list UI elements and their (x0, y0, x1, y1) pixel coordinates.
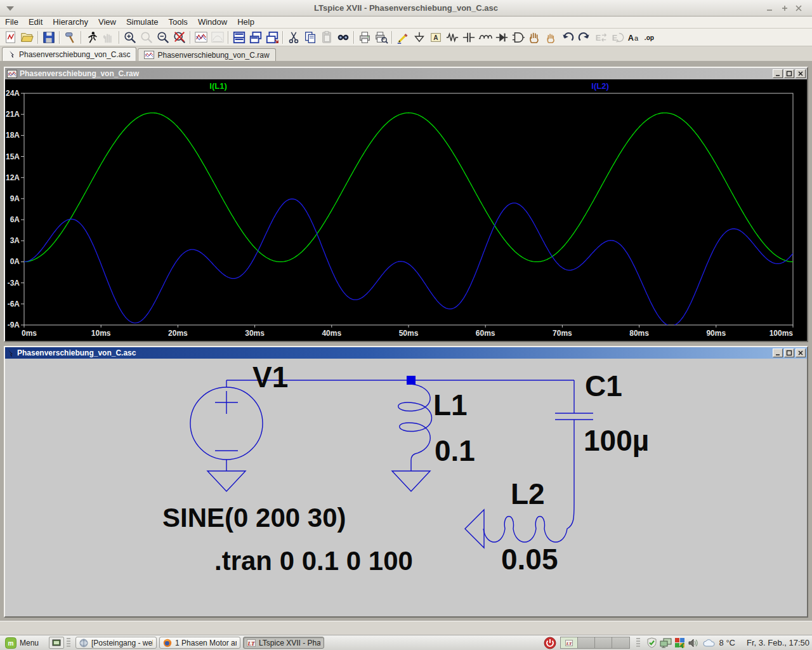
zoom-full-extents-button[interactable] (171, 30, 188, 45)
child-minimize-button[interactable] (773, 348, 783, 357)
component-v1[interactable] (190, 380, 263, 471)
wire-junction[interactable] (407, 376, 416, 385)
close-button[interactable] (793, 3, 804, 13)
menu-help[interactable]: Help (232, 17, 259, 28)
tab-asc[interactable]: Phasenverschiebung_von_C.asc (2, 47, 136, 61)
maximize-button[interactable] (779, 3, 790, 13)
trace-i-l1[interactable] (24, 113, 793, 262)
autorange-plot-button[interactable] (193, 30, 209, 45)
volume-icon[interactable] (688, 638, 699, 648)
copy-button[interactable] (302, 30, 318, 45)
place-resistor-button[interactable] (444, 30, 461, 45)
undo-button[interactable] (560, 30, 576, 45)
child-close-button[interactable] (796, 69, 806, 78)
menu-simulate[interactable]: Simulate (121, 17, 164, 28)
plot-settings-button[interactable] (209, 30, 226, 45)
child-maximize-button[interactable] (784, 69, 794, 78)
menu-edit[interactable]: Edit (23, 17, 48, 28)
waveform-plot-area[interactable]: 24A21A18A15A12A9A6A3A0A-3A-6A-9A0ms10ms2… (5, 79, 807, 341)
zoom-in-button[interactable] (122, 30, 138, 45)
schematic-canvas[interactable]: V1 L1 0.1 C1 100µ L2 0.05 SINE(0 200 30)… (5, 359, 807, 616)
update-manager-icon[interactable] (674, 637, 685, 648)
zoom-back-button[interactable] (138, 30, 155, 45)
component-l1[interactable] (398, 384, 432, 471)
temperature-readout[interactable]: 8 °C (719, 638, 735, 647)
zoom-out-button[interactable] (155, 30, 171, 45)
place-net-label-button[interactable]: A (428, 30, 444, 45)
menu-file[interactable]: File (0, 17, 23, 28)
network-monitors-icon[interactable] (660, 638, 672, 648)
control-panel-button[interactable] (62, 30, 79, 45)
trace-i-l2[interactable] (24, 199, 793, 326)
waveform-window-titlebar[interactable]: Phasenverschiebung_von_C.raw (5, 68, 807, 79)
menu-tools[interactable]: Tools (164, 17, 193, 28)
draw-wire-button[interactable] (395, 30, 411, 45)
component-ref-v1[interactable]: V1 (252, 362, 288, 392)
trace-label-i-l2[interactable]: I(L2) (591, 81, 608, 91)
halt-simulation-button[interactable] (100, 30, 117, 45)
place-diode-button[interactable] (494, 30, 510, 45)
component-ref-c1[interactable]: C1 (585, 371, 622, 401)
show-desktop-button[interactable] (49, 637, 64, 649)
window-menu-icon[interactable] (6, 6, 14, 11)
rotate-button[interactable]: E (609, 30, 625, 45)
component-value-l2[interactable]: 0.05 (501, 545, 558, 574)
schematic-drawing[interactable] (5, 359, 807, 616)
task-window-firefox[interactable]: 1 Phasen Motor an Fr... (159, 637, 240, 649)
component-ref-l2[interactable]: L2 (511, 479, 545, 508)
sine-source-text[interactable]: SINE(0 200 30) (162, 505, 346, 531)
tab-raw[interactable]: Phasenverschiebung_von_C.raw (138, 48, 275, 61)
menu-button[interactable]: m Menu (3, 637, 44, 649)
menu-view[interactable]: View (93, 17, 121, 28)
cut-button[interactable] (285, 30, 302, 45)
weather-cloud-icon[interactable] (703, 639, 716, 647)
mirror-button[interactable]: E (593, 30, 609, 45)
component-ref-l1[interactable]: L1 (433, 390, 468, 420)
component-value-c1[interactable]: 100µ (584, 426, 649, 455)
child-maximize-button[interactable] (784, 348, 794, 357)
save-button[interactable] (41, 30, 57, 45)
print-preview-button[interactable] (373, 30, 390, 45)
trace-label-i-l1[interactable]: I(L1) (209, 81, 226, 91)
new-schematic-button[interactable] (3, 30, 19, 45)
waveform-plot[interactable]: 24A21A18A15A12A9A6A3A0A-3A-6A-9A0ms10ms2… (5, 79, 807, 341)
find-button[interactable] (335, 30, 351, 45)
cascade-windows-button[interactable] (247, 30, 264, 45)
drag-button[interactable] (543, 30, 560, 45)
place-inductor-button[interactable] (477, 30, 494, 45)
tile-windows-button[interactable] (231, 30, 247, 45)
tray-grip[interactable] (636, 638, 640, 648)
tran-directive-text[interactable]: .tran 0 0.1 0 100 (214, 548, 413, 574)
menu-hierarchy[interactable]: Hierarchy (48, 17, 93, 28)
component-value-l1[interactable]: 0.1 (435, 436, 475, 465)
ground-symbol-l2[interactable] (465, 510, 484, 548)
ground-symbol-v1[interactable] (207, 471, 246, 491)
minimize-button[interactable] (764, 3, 775, 13)
place-capacitor-button[interactable] (461, 30, 477, 45)
redo-button[interactable] (576, 30, 593, 45)
schematic-window-titlebar[interactable]: Phasenverschiebung_von_C.asc (5, 347, 807, 359)
arrange-windows-button[interactable] (264, 30, 280, 45)
security-shield-icon[interactable] (646, 637, 657, 648)
workspace-4[interactable] (612, 637, 629, 648)
place-text-button[interactable]: Aa (625, 30, 642, 45)
child-minimize-button[interactable] (773, 69, 783, 78)
titlebar[interactable]: LTspice XVII - Phasenverschiebung_von_C.… (0, 0, 812, 17)
open-file-button[interactable] (19, 30, 36, 45)
task-window-ltspice[interactable]: LTLTspice XVII - Phasenv... (243, 637, 324, 649)
workspace-3[interactable] (595, 637, 612, 648)
clock[interactable]: Fr, 3. Feb., 17:50 (747, 638, 809, 647)
ground-symbol-l1[interactable] (392, 471, 430, 491)
place-ground-button[interactable] (411, 30, 428, 45)
place-component-button[interactable] (510, 30, 527, 45)
task-window-webmail[interactable]: [Posteingang - webma... (75, 637, 157, 649)
paste-button[interactable] (318, 30, 335, 45)
child-close-button[interactable] (796, 348, 806, 357)
menu-window[interactable]: Window (193, 17, 232, 28)
run-simulation-button[interactable] (84, 30, 100, 45)
spice-directive-button[interactable]: .op (642, 30, 658, 45)
move-button[interactable] (527, 30, 543, 45)
power-button[interactable] (544, 637, 556, 649)
taskbar-grip[interactable] (67, 638, 70, 648)
workspace-1[interactable]: LT (561, 637, 578, 648)
